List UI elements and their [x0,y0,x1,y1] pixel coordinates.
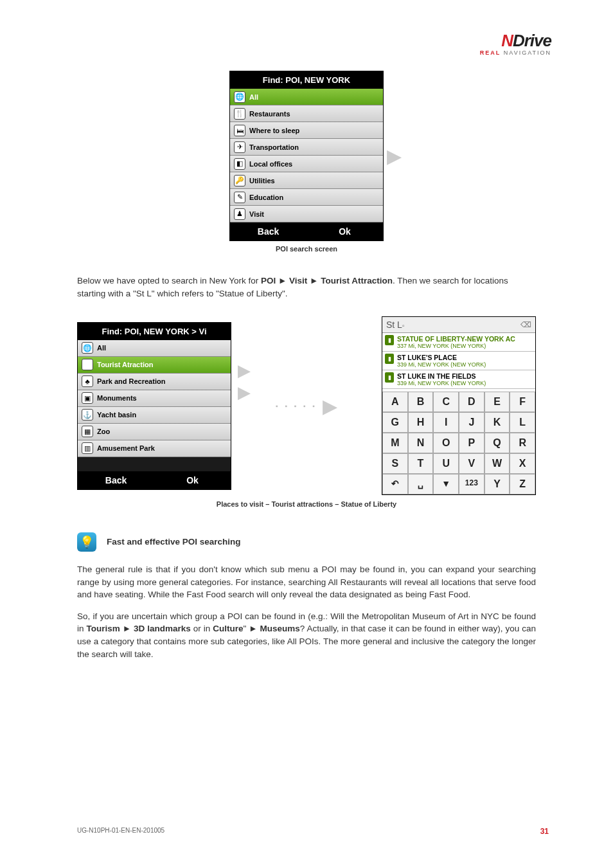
search-keyboard-screenshot: St L▫ ⌫ ▮STATUE OF LIBERTY-NEW YORK AC33… [382,316,536,495]
keyboard-key[interactable]: G [382,412,408,433]
category-row[interactable]: ⚓Yacht basin [78,407,231,424]
logo-rest: Drive [513,31,551,50]
category-label: All [249,93,258,101]
caption-2: Places to visit – Tourist attractions – … [0,500,613,508]
lightbulb-icon: 💡 [77,532,96,552]
category-icon: 🛏 [234,125,245,136]
keyboard-key[interactable]: O [433,433,459,453]
category-label: Amusement Park [97,444,155,452]
category-icon: ▥ [82,442,93,454]
ok-button[interactable]: Ok [154,471,231,489]
category-icon: ◧ [234,158,245,170]
category-row[interactable]: ▦Zoo [78,424,231,440]
keyboard-key[interactable]: R [510,433,535,453]
keyboard-key[interactable]: I [433,412,459,433]
back-button[interactable]: Back [78,471,154,489]
category-row[interactable]: ▣Tourist Atraction [78,357,231,374]
result-subtitle: 339 Mi, NEW YORK (NEW YORK) [397,380,486,386]
category-icon: ✈ [234,141,245,153]
category-label: Transportation [249,143,299,151]
visit-categories-screenshot: Find: POI, NEW YORK > Vi 🌐All▣Tourist At… [77,322,231,490]
result-subtitle: 339 Mi, NEW YORK (NEW YORK) [397,361,486,368]
category-row[interactable]: ✎Education [230,189,383,206]
keyboard-key[interactable]: A [382,392,408,412]
keyboard-key[interactable]: W [484,453,510,474]
keyboard-key[interactable]: Z [510,474,535,494]
tip-heading: Fast and effective POI searching [107,536,241,548]
category-icon: ▣ [82,359,93,370]
keyboard-key[interactable]: 123 [459,474,484,494]
keyboard-key[interactable]: V [459,453,484,474]
shot1-caption: POI search screen [0,245,613,253]
keyboard-key[interactable]: C [433,392,459,412]
category-row[interactable]: ▥Amusement Park [78,440,231,457]
category-icon: ✎ [234,192,245,203]
category-label: Restaurants [249,110,290,118]
search-result-row[interactable]: ▮ST LUKE'S PLACE339 Mi, NEW YORK (NEW YO… [382,352,535,370]
arrow-icon: ▶ [238,361,251,381]
backspace-icon[interactable]: ⌫ [520,320,531,329]
search-result-row[interactable]: ▮STATUE OF LIBERTY-NEW YORK AC337 Mi, NE… [382,333,535,352]
category-row[interactable]: ♟Visit [230,206,383,222]
keyboard-key[interactable]: X [510,453,535,474]
result-subtitle: 337 Mi, NEW YORK (NEW YORK) [397,343,515,349]
category-icon: ⚓ [82,409,93,420]
keyboard-key[interactable]: N [408,433,434,453]
keyboard-key[interactable]: S [382,453,408,474]
category-row[interactable]: 🌐All [78,340,231,357]
category-icon: ▣ [82,392,93,404]
shot2-title: Find: POI, NEW YORK > Vi [78,323,231,340]
keyboard-key[interactable]: B [408,392,434,412]
category-row[interactable]: 🍴Restaurants [230,105,383,122]
result-title: STATUE OF LIBERTY-NEW YORK AC [397,335,515,343]
keyboard-key[interactable]: H [408,412,434,433]
keyboard-key[interactable]: Y [484,474,510,494]
category-label: Monuments [97,394,137,402]
result-title: ST LUKE'S PLACE [397,354,486,361]
search-result-row[interactable]: ▮ST LUKE IN THE FIELDS339 Mi, NEW YORK (… [382,370,535,389]
category-icon: ♣ [82,375,93,387]
category-label: Zoo [97,428,110,435]
category-row[interactable]: ◧Local offices [230,156,383,172]
keyboard: ABCDEFGHIJKLMNOPQRSTUVWX↶␣▼123YZ [382,392,535,494]
logo: NDrive REAL NAVIGATION [480,31,551,56]
category-row[interactable]: ▣Monuments [78,390,231,407]
arrow-icon: ▶ [323,395,337,417]
keyboard-key[interactable]: ↶ [382,474,408,494]
keyboard-key[interactable]: T [408,453,434,474]
keyboard-key[interactable]: ␣ [408,474,434,494]
tip-paragraph-2: So, if you are uncertain which group a P… [77,610,536,660]
keyboard-key[interactable]: P [459,433,484,453]
keyboard-key[interactable]: Q [484,433,510,453]
search-input-value[interactable]: St L [386,320,402,330]
keyboard-key[interactable]: L [510,412,535,433]
category-row[interactable]: 🔑Utilities [230,172,383,189]
category-icon: ▦ [82,426,93,437]
category-icon: 🌐 [234,91,245,103]
category-row[interactable]: 🌐All [230,89,383,105]
keyboard-key[interactable]: M [382,433,408,453]
keyboard-key[interactable]: ▼ [433,474,459,494]
category-row[interactable]: ✈Transportation [230,139,383,156]
category-icon: ♟ [234,208,245,220]
back-button[interactable]: Back [230,222,306,240]
category-label: Park and Recreation [97,377,165,385]
paragraph-1: Below we have opted to search in New Yor… [77,275,536,300]
category-row[interactable]: ♣Park and Recreation [78,374,231,390]
keyboard-key[interactable]: E [484,392,510,412]
arrow-icon: ▶ [238,383,251,402]
shot1-title: Find: POI, NEW YORK [230,71,383,89]
keyboard-key[interactable]: D [459,392,484,412]
ok-button[interactable]: Ok [306,222,383,240]
keyboard-key[interactable]: U [433,453,459,474]
result-title: ST LUKE IN THE FIELDS [397,372,486,380]
keyboard-key[interactable]: F [510,392,535,412]
pin-icon: ▮ [385,354,394,364]
category-label: Yacht basin [97,411,136,419]
keyboard-key[interactable]: J [459,412,484,433]
dots-icon: ▪ ▪ ▪ ▪ ▪ [276,402,317,410]
tip-paragraph-1: The general rule is that if you don't kn… [77,563,536,601]
arrow-icon: ▶ [387,145,402,167]
category-row[interactable]: 🛏Where to sleep [230,122,383,139]
keyboard-key[interactable]: K [484,412,510,433]
